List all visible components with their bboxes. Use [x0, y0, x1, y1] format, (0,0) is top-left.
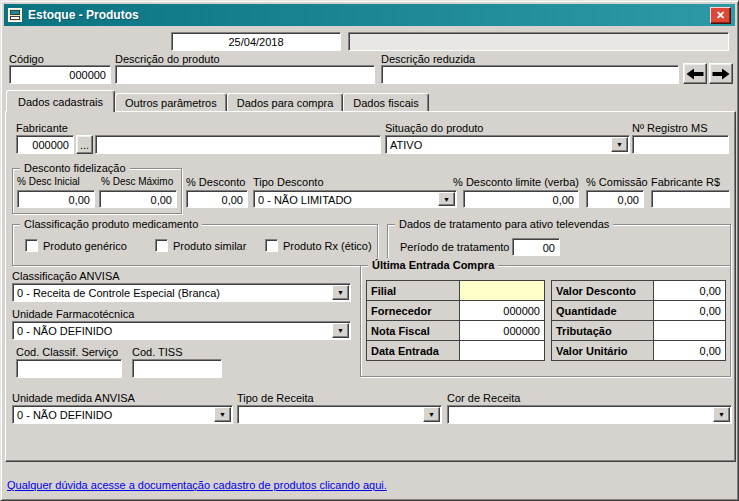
tributacao-value — [654, 321, 726, 341]
cod-tiss-field[interactable] — [132, 359, 222, 378]
cod-classif-servico-label: Cod. Classif. Serviço — [16, 346, 118, 358]
tipo-receita-dropdown-button[interactable]: ▼ — [423, 407, 440, 422]
fabricante-code-field[interactable]: 000000 — [16, 135, 74, 154]
classificacao-anvisa-combobox[interactable]: 0 - Receita de Controle Especial (Branca… — [12, 283, 351, 302]
tab-dados-para-compra[interactable]: Dados para compra — [227, 93, 344, 111]
classificacao-medicamento-title: Classificação produto medicamento — [20, 217, 202, 231]
quantidade-label: Quantidade — [552, 301, 654, 321]
table-row: Nota Fiscal 000000 — [367, 321, 545, 341]
nota-fiscal-value: 000000 — [460, 321, 545, 341]
desconto-field[interactable]: 0,00 — [186, 190, 248, 208]
close-button[interactable]: ✕ — [710, 7, 731, 24]
checkbox-produto-rx-etico[interactable]: Produto Rx (ético) — [265, 239, 372, 252]
descricao-produto-field[interactable] — [115, 65, 375, 84]
unidade-farmacotecnica-label: Unidade Farmacotécnica — [12, 308, 134, 320]
estoque-produtos-window: Estoque - Produtos ✕ 25/04/2018 Código D… — [0, 0, 739, 501]
comissao-field[interactable]: 0,00 — [586, 190, 644, 208]
valor-desconto-label: Valor Desconto — [552, 281, 654, 301]
situacao-dropdown-button[interactable]: ▼ — [611, 137, 628, 152]
checkbox-label: Produto Rx (ético) — [283, 240, 372, 252]
arrow-right-icon — [712, 68, 730, 80]
checkbox-box[interactable] — [25, 239, 38, 252]
combobox-value: 0 - Receita de Controle Especial (Branca… — [17, 287, 220, 299]
televendas-title: Dados de tratamento para ativo televenda… — [395, 217, 613, 231]
chevron-down-icon: ▼ — [337, 327, 344, 334]
periodo-tratamento-label: Período de tratamento — [400, 241, 509, 253]
unidade-farmacotecnica-dropdown-button[interactable]: ▼ — [332, 323, 349, 338]
checkbox-produto-generico[interactable]: Produto genérico — [25, 239, 127, 252]
desconto-fidelizacao-group: Desconto fidelização % Desc Inicial % De… — [12, 168, 182, 214]
previous-record-button[interactable] — [683, 63, 707, 84]
valor-desconto-value: 0,00 — [654, 281, 726, 301]
tab-label: Dados cadastrais — [18, 96, 103, 108]
checkbox-box[interactable] — [265, 239, 278, 252]
fabricante-rs-label: Fabricante R$ — [651, 176, 720, 188]
tipo-desconto-combobox[interactable]: 0 - NÃO LIMITADO ▼ — [253, 190, 457, 208]
chevron-down-icon: ▼ — [616, 141, 623, 148]
data-entrada-label: Data Entrada — [367, 341, 460, 361]
tab-outros-parametros[interactable]: Outros parâmetros — [115, 93, 227, 111]
table-row: Data Entrada — [367, 341, 545, 361]
descricao-reduzida-field[interactable] — [381, 65, 679, 84]
unidade-medida-anvisa-label: Unidade medida ANVISA — [12, 392, 135, 404]
table-row: Valor Unitário 0,00 — [552, 341, 726, 361]
app-icon — [8, 8, 23, 23]
tab-label: Dados para compra — [237, 97, 334, 109]
periodo-tratamento-field[interactable]: 00 — [512, 238, 560, 256]
combobox-value: ATIVO — [390, 139, 422, 151]
desconto-label: % Desconto — [186, 176, 245, 188]
chevron-down-icon: ▼ — [718, 411, 725, 418]
cod-classif-servico-field[interactable] — [16, 359, 122, 378]
fabricante-rs-field[interactable] — [651, 190, 730, 208]
desconto-limite-label: % Desconto limite (verba) — [446, 176, 579, 188]
registro-ms-field[interactable] — [632, 135, 729, 154]
tab-dados-fiscais[interactable]: Dados fiscais — [343, 93, 428, 111]
ultima-entrada-compra-group: Última Entrada Compra Filial Fornecedor … — [360, 265, 731, 377]
documentation-link[interactable]: Qualquer dúvida acesse a documentação ca… — [7, 479, 387, 491]
desconto-limite-field[interactable]: 0,00 — [463, 190, 579, 208]
desc-maximo-label: % Desc Máximo — [101, 176, 173, 188]
dados-cadastrais-panel: Fabricante 000000 ... Situação do produt… — [5, 111, 736, 462]
tipo-desconto-label: Tipo Desconto — [253, 176, 324, 188]
nota-fiscal-label: Nota Fiscal — [367, 321, 460, 341]
cor-receita-combobox[interactable]: ▼ — [447, 405, 732, 424]
checkbox-box[interactable] — [155, 239, 168, 252]
ultima-entrada-right-table: Valor Desconto 0,00 Quantidade 0,00 Trib… — [551, 280, 726, 361]
classificacao-anvisa-dropdown-button[interactable]: ▼ — [332, 285, 349, 300]
date-field[interactable]: 25/04/2018 — [171, 32, 341, 51]
table-row: Tributação — [552, 321, 726, 341]
unidade-farmacotecnica-combobox[interactable]: 0 - NÃO DEFINIDO ▼ — [12, 321, 351, 340]
classificacao-anvisa-label: Classificação ANVISA — [12, 270, 120, 282]
tipo-receita-label: Tipo de Receita — [237, 392, 314, 404]
classificacao-medicamento-group: Classificação produto medicamento Produt… — [12, 224, 378, 266]
tipo-receita-combobox[interactable]: ▼ — [237, 405, 442, 424]
data-entrada-value — [460, 341, 545, 361]
tributacao-label: Tributação — [552, 321, 654, 341]
table-row: Fornecedor 000000 — [367, 301, 545, 321]
table-row: Valor Desconto 0,00 — [552, 281, 726, 301]
header-info-field — [348, 32, 729, 51]
fabricante-name-field[interactable] — [95, 135, 381, 154]
filial-value — [460, 281, 545, 301]
close-icon: ✕ — [716, 9, 725, 22]
tab-strip: Dados cadastrais Outros parâmetros Dados… — [6, 90, 429, 112]
ultima-entrada-left-table: Filial Fornecedor 000000 Nota Fiscal 000… — [366, 280, 545, 361]
cor-receita-dropdown-button[interactable]: ▼ — [713, 407, 730, 422]
desc-maximo-field[interactable]: 0,00 — [99, 190, 177, 208]
unidade-medida-anvisa-combobox[interactable]: 0 - NÃO DEFINIDO ▼ — [12, 405, 233, 424]
descricao-produto-label: Descrição do produto — [115, 53, 220, 65]
chevron-down-icon: ▼ — [337, 289, 344, 296]
next-record-button[interactable] — [709, 63, 733, 84]
desconto-fidelizacao-title: Desconto fidelização — [20, 161, 130, 175]
situacao-combobox[interactable]: ATIVO ▼ — [385, 135, 630, 154]
codigo-field[interactable]: 000000 — [9, 65, 111, 84]
tipo-desconto-dropdown-button[interactable]: ▼ — [438, 192, 455, 206]
codigo-label: Código — [9, 53, 44, 65]
desc-inicial-field[interactable]: 0,00 — [17, 190, 95, 208]
combobox-value: 0 - NÃO DEFINIDO — [17, 409, 112, 421]
checkbox-produto-similar[interactable]: Produto similar — [155, 239, 246, 252]
cod-tiss-label: Cod. TISS — [132, 346, 183, 358]
fabricante-browse-button[interactable]: ... — [76, 135, 93, 154]
unidade-medida-dropdown-button[interactable]: ▼ — [214, 407, 231, 422]
tab-dados-cadastrais[interactable]: Dados cadastrais — [6, 90, 115, 112]
